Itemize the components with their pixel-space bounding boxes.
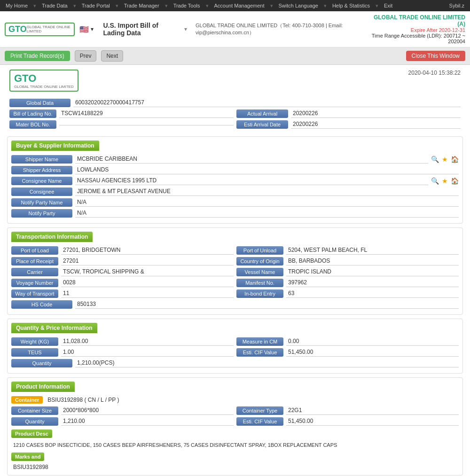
- place-receipt-label: Place of Receipt: [11, 257, 58, 265]
- shipper-star-icon[interactable]: ★: [442, 156, 448, 163]
- global-data-section: Global Data 6003202002270000417757 Bill …: [0, 96, 470, 133]
- print-button-top[interactable]: Print Trade Record(s): [5, 51, 70, 61]
- top-action-bar: Print Trade Record(s) Prev Next Close Th…: [0, 47, 470, 65]
- nav-accountmanagement[interactable]: Account Management: [212, 0, 267, 11]
- close-button-top[interactable]: Close This Window: [406, 51, 465, 61]
- master-bol-value: [59, 123, 234, 125]
- carrier-label: Carrier: [11, 268, 58, 276]
- prev-button-top[interactable]: Prev: [75, 50, 97, 62]
- shipper-address-value: LOWLANDS: [75, 165, 459, 174]
- doc-logo-gto: GTO: [14, 72, 36, 84]
- logo-box: GTO GLOBAL TRADE ONLINE LIMITED: [5, 23, 75, 36]
- actual-arrival-label: Actual Arrival: [236, 109, 288, 118]
- page-title: U.S. Import Bill of Lading Data: [103, 22, 180, 37]
- nav-helpstatistics[interactable]: Help & Statistics: [329, 0, 373, 11]
- notify-party-label: Notify Party: [11, 209, 72, 218]
- nav-switchlanguage[interactable]: Switch Language: [276, 0, 321, 11]
- shipper-name-label: Shipper Name: [11, 155, 72, 164]
- shipper-name-value: MCBRIDE CARIBBEAN: [75, 155, 428, 164]
- company-name: GLOBAL TRADE ONLINE LIMITED (A): [370, 14, 465, 27]
- measure-cm-value: 0.00: [286, 337, 459, 346]
- flag-icon: 🇺🇸: [79, 25, 89, 34]
- product-desc-label: Product Desc: [11, 429, 52, 438]
- vessel-name-label: Vessel Name: [236, 268, 283, 276]
- notify-party-value: N/A: [75, 209, 459, 218]
- container-size-value: 2000*806*800: [61, 406, 234, 415]
- consignee-search-icon[interactable]: 🔍: [431, 177, 439, 185]
- transportation-card: Transportation Information Port of Load …: [7, 227, 463, 315]
- expire-date: Expire After 2020-12-31: [370, 27, 465, 33]
- manifest-no-label: Manifest No.: [236, 279, 283, 287]
- transportation-header: Transportation Information: [11, 232, 93, 242]
- nav-exit[interactable]: Exit: [381, 0, 395, 11]
- voyage-number-label: Voyage Number: [11, 279, 58, 287]
- country-origin-value: BB, BARBADOS: [286, 257, 459, 265]
- voyage-number-value: 0028: [61, 278, 234, 287]
- title-arrow[interactable]: ▾: [184, 26, 187, 32]
- nav-trademanager[interactable]: Trade Manager: [121, 0, 162, 11]
- hs-code-label: HS Code: [11, 300, 72, 309]
- port-load-label: Port of Load: [11, 246, 58, 255]
- time-range: Time Range Accessible (LDR): 200712 ~ 20…: [370, 33, 465, 44]
- esti-arrival-label: Esti Arrival Date: [236, 120, 288, 129]
- quantity-label: Quantity: [11, 359, 72, 367]
- doc-logo-box: GTO GLOBAL TRADE ONLINE LIMITED: [9, 70, 78, 92]
- product-quantity-label: Quantity: [11, 417, 58, 426]
- global-data-value: 6003202002270000417757: [73, 98, 461, 107]
- nav-tradedata[interactable]: Trade Data: [39, 0, 70, 11]
- way-transport-value: 11: [61, 289, 234, 298]
- consignee-star-icon[interactable]: ★: [442, 177, 448, 185]
- nav-tradeportal[interactable]: Trade Portal: [79, 0, 113, 11]
- shipper-address-label: Shipper Address: [11, 166, 72, 174]
- marks-label: Marks and: [11, 453, 44, 461]
- master-bol-label: Mater BOL No.: [9, 120, 56, 129]
- header-bar: GTO GLOBAL TRADE ONLINE LIMITED 🇺🇸 ▾ U.S…: [0, 11, 470, 47]
- product-esti-cif-value: 51,450.00: [286, 417, 459, 426]
- shipper-search-icon[interactable]: 🔍: [431, 156, 439, 163]
- consignee-name-value: NASSAU AGENCIES 1995 LTD: [75, 176, 428, 185]
- shipper-house-icon[interactable]: 🏠: [451, 156, 459, 163]
- buyer-supplier-header: Buyer & Supplier Information: [11, 140, 99, 151]
- doc-timestamp: 2020-04-10 15:38:22: [408, 70, 461, 76]
- marks-value: BSIU3192898: [11, 463, 459, 471]
- way-transport-label: Way of Transport: [11, 289, 58, 298]
- hs-code-value: 850133: [75, 300, 459, 309]
- weight-label: Weight (KG): [11, 337, 58, 346]
- container-type-value: 22G1: [286, 406, 459, 415]
- product-quantity-value: 1,210.00: [61, 417, 234, 426]
- logo-area: GTO GLOBAL TRADE ONLINE LIMITED 🇺🇸 ▾ U.S…: [5, 22, 187, 37]
- flag-area: 🇺🇸 ▾: [79, 25, 94, 34]
- buyer-supplier-card: Buyer & Supplier Information Shipper Nam…: [7, 136, 463, 224]
- quantity-price-header: Quantity & Price Information: [11, 323, 97, 333]
- port-unload-label: Port of Unload: [236, 246, 283, 255]
- container-type-label: Container Type: [236, 406, 283, 415]
- product-info-card: Product Information Container BSIU319289…: [7, 377, 463, 476]
- next-button-top[interactable]: Next: [101, 50, 123, 62]
- notify-party-name-value: N/A: [75, 198, 459, 207]
- header-contact: GLOBAL TRADE ONLINE LIMITED（Tel: 400-710…: [196, 22, 370, 36]
- vessel-name-value: TROPIC ISLAND: [286, 267, 459, 276]
- document-header: GTO GLOBAL TRADE ONLINE LIMITED 2020-04-…: [0, 65, 470, 96]
- in-bond-entry-value: 63: [286, 289, 459, 298]
- place-receipt-value: 27201: [61, 257, 234, 265]
- measure-cm-label: Measure in CM: [236, 337, 283, 346]
- document-body: GTO GLOBAL TRADE ONLINE LIMITED 2020-04-…: [0, 65, 470, 476]
- flag-dropdown[interactable]: ▾: [91, 26, 94, 32]
- consignee-value: JEROME & MT PLEASANT AVENUE: [75, 187, 459, 196]
- logo-subtitle: GLOBAL TRADE ONLINE LIMITED: [27, 25, 71, 33]
- teus-value: 1.00: [61, 348, 234, 357]
- port-unload-value: 5204, WEST PALM BEACH, FL: [286, 246, 459, 255]
- port-load-value: 27201, BRIDGETOWN: [61, 246, 234, 255]
- consignee-house-icon[interactable]: 🏠: [451, 177, 459, 185]
- product-esti-cif-label: Esti. CIF Value: [236, 417, 283, 426]
- user-name: Sybil.z: [446, 0, 467, 11]
- nav-tradetools[interactable]: Trade Tools: [171, 0, 203, 11]
- container-badge: Container: [11, 396, 43, 404]
- container-value: BSIU3192898 ( CN / L / PP ): [46, 396, 459, 404]
- product-desc-text: 1210 CASES BOP INSECTICIDE, 150 CASES BE…: [11, 440, 459, 451]
- bol-label: Bill of Lading No.: [9, 109, 56, 118]
- quantity-value: 1,210.00(PCS): [75, 359, 459, 367]
- nav-myhome[interactable]: My Home: [3, 0, 31, 11]
- esti-cif-label: Esti. CIF Value: [236, 348, 283, 357]
- container-size-label: Container Size: [11, 406, 58, 415]
